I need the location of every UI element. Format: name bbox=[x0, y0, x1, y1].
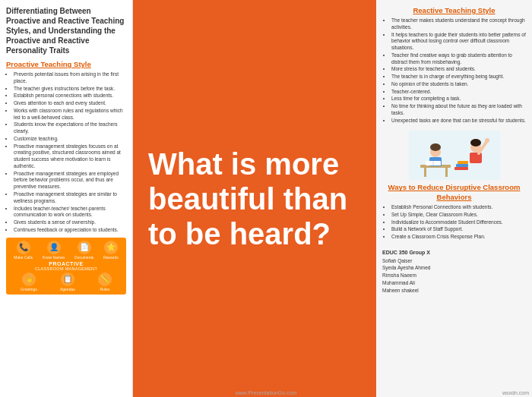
credit-name: Maheen shakeel bbox=[382, 287, 526, 295]
reactive-heading: Reactive Teaching Style bbox=[382, 6, 526, 14]
proactive-icons-top: 📞Make Calls👤Know Names📄Documents⭐Rewards bbox=[9, 241, 123, 260]
proactive-image-section: 📞Make Calls👤Know Names📄Documents⭐Rewards… bbox=[6, 238, 126, 295]
reactive-bullet-list: The teacher makes students understand th… bbox=[382, 17, 526, 124]
icon-circle: 📄 bbox=[78, 241, 91, 254]
icon-circle: 👤 bbox=[47, 241, 61, 254]
svg-rect-13 bbox=[456, 164, 468, 167]
student-image-area bbox=[382, 131, 526, 180]
proactive-sub-label: CLASSROOM MANAGEMENT bbox=[9, 266, 123, 271]
student-illustration bbox=[409, 131, 500, 180]
credit-name: Sofiah Qaiser bbox=[382, 257, 526, 265]
proactive-heading: Proactive Teaching Style bbox=[6, 60, 126, 68]
icon-circle: 📞 bbox=[17, 241, 30, 254]
svg-point-15 bbox=[430, 143, 441, 151]
icon-circle-bottom: 👋 bbox=[22, 273, 36, 286]
ways-bullet-list: Establish Personal Connections with stud… bbox=[382, 204, 526, 241]
wsxdn-badge: wsxdn.com bbox=[502, 390, 529, 395]
svg-rect-3 bbox=[445, 168, 448, 177]
proactive-icon-bottom: 👋Greetings bbox=[21, 273, 37, 291]
proactive-icons-bottom: 👋Greetings📋Agendas📏Rules bbox=[9, 273, 123, 291]
watermark: www.PresentationGo.com bbox=[236, 390, 297, 395]
credit-names: Sofiah QaiserSyeda Ayesha AhmedRimsha Na… bbox=[382, 257, 526, 295]
credit-name: Rimsha Naeem bbox=[382, 272, 526, 279]
svg-point-16 bbox=[470, 139, 481, 147]
credit-section: EDUC 350 Group X Sofiah QaiserSyeda Ayes… bbox=[382, 249, 526, 294]
proactive-icon: 📄Documents bbox=[74, 241, 93, 260]
proactive-icon-bottom: 📋Agendas bbox=[60, 273, 75, 291]
credit-label: EDUC 350 Group X bbox=[382, 249, 526, 257]
icon-label-bottom: Greetings bbox=[21, 287, 37, 291]
icon-label: Make Calls bbox=[14, 255, 33, 260]
icon-circle-bottom: 📏 bbox=[98, 273, 112, 286]
svg-rect-2 bbox=[424, 168, 426, 177]
proactive-label: PROACTIVE bbox=[9, 261, 123, 266]
svg-rect-14 bbox=[458, 161, 468, 164]
icon-label-bottom: Agendas bbox=[60, 287, 75, 291]
proactive-icon-bottom: 📏Rules bbox=[98, 273, 112, 291]
ways-heading: Ways to Reduce Disruptive Classroom Beha… bbox=[382, 183, 526, 202]
center-quote: What is more beautiful than to be heard? bbox=[148, 147, 361, 251]
left-panel: Differentiating Between Proactive and Re… bbox=[0, 0, 133, 397]
svg-rect-12 bbox=[454, 167, 468, 170]
proactive-icon: 📞Make Calls bbox=[14, 241, 33, 260]
proactive-bullet-list: Prevents potential issues from arising i… bbox=[6, 71, 126, 235]
icon-label: Know Names bbox=[43, 255, 65, 260]
proactive-icon: ⭐Rewards bbox=[103, 241, 119, 260]
right-panel: Reactive Teaching Style The teacher make… bbox=[376, 0, 532, 397]
center-panel: What is more beautiful than to be heard? bbox=[133, 0, 376, 397]
icon-circle: ⭐ bbox=[104, 241, 118, 254]
icon-circle-bottom: 📋 bbox=[61, 273, 74, 286]
icon-label: Documents bbox=[74, 255, 93, 260]
credit-name: Syeda Ayesha Ahmed bbox=[382, 264, 526, 272]
page-container: Differentiating Between Proactive and Re… bbox=[0, 0, 532, 397]
proactive-icon: 👤Know Names bbox=[43, 241, 65, 260]
credit-name: Muhammad Ali bbox=[382, 279, 526, 287]
left-title: Differentiating Between Proactive and Re… bbox=[6, 6, 126, 55]
icon-label: Rewards bbox=[103, 255, 119, 260]
svg-point-11 bbox=[485, 138, 489, 143]
icon-label-bottom: Rules bbox=[100, 287, 110, 291]
svg-rect-0 bbox=[409, 131, 500, 180]
